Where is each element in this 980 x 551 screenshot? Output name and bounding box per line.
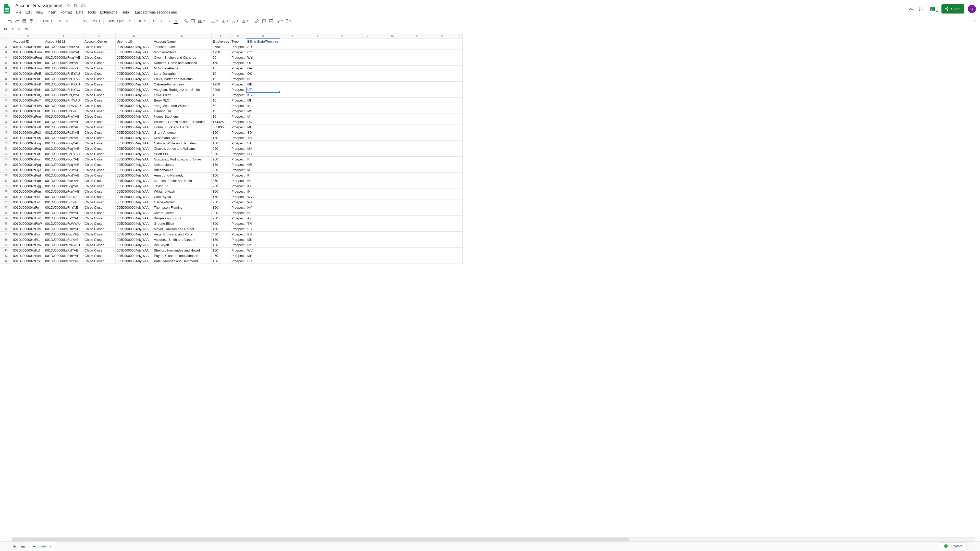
cell[interactable]: AZ <box>246 216 280 221</box>
cell[interactable]: 001DJ00000kzFqJYAU <box>44 167 83 173</box>
cell[interactable]: 1950 <box>212 82 231 87</box>
cell[interactable]: 001DJ00000kzFxhYAE <box>44 253 83 259</box>
cell[interactable] <box>305 216 330 221</box>
horizontal-align-dropdown[interactable]: ▼ <box>210 18 220 24</box>
cell[interactable] <box>280 237 305 242</box>
cell[interactable] <box>380 87 405 92</box>
cell[interactable]: Chloe Closer <box>83 200 116 205</box>
cell[interactable]: 001DJ00000kzFxfYAE <box>44 248 83 253</box>
cell[interactable] <box>455 157 463 162</box>
cell[interactable] <box>280 183 305 189</box>
cell[interactable] <box>430 65 455 71</box>
cell[interactable] <box>280 55 305 60</box>
cell[interactable] <box>355 210 380 216</box>
cell[interactable] <box>455 141 463 146</box>
cell[interactable]: Chloe Closer <box>83 141 116 146</box>
cell[interactable]: 005DJ000004eiyjYAA <box>116 76 153 82</box>
menu-tools[interactable]: Tools <box>86 9 98 15</box>
cell[interactable] <box>430 124 455 130</box>
cell[interactable]: 3058350 <box>212 124 231 130</box>
cell[interactable] <box>330 242 355 248</box>
cell[interactable] <box>280 151 305 157</box>
insert-comment-button[interactable] <box>261 18 267 24</box>
strikethrough-button[interactable]: S <box>165 18 172 24</box>
cell[interactable] <box>405 49 430 55</box>
cell[interactable]: Prospect <box>231 221 246 226</box>
column-header-I[interactable]: I <box>280 33 305 39</box>
cell[interactable]: 001DJ00000kzFog <box>12 141 44 146</box>
cell[interactable]: 450 <box>212 232 231 237</box>
cell[interactable] <box>330 65 355 71</box>
cell[interactable]: Morales, Foster and Koch <box>153 178 212 183</box>
cell[interactable]: Prospect <box>231 157 246 162</box>
cell[interactable]: Chloe Closer <box>83 210 116 216</box>
cell[interactable] <box>355 141 380 146</box>
cell[interactable] <box>405 44 430 49</box>
cell[interactable]: Chloe Closer <box>83 92 116 98</box>
cell[interactable]: 005DJ000004eiyjYAA <box>116 226 153 232</box>
row-header[interactable]: 5 <box>0 60 12 65</box>
cell[interactable] <box>330 55 355 60</box>
cell[interactable]: Prospect <box>231 189 246 194</box>
cell[interactable] <box>280 71 305 76</box>
star-icon[interactable] <box>67 3 71 8</box>
cell[interactable] <box>280 226 305 232</box>
cell[interactable] <box>280 173 305 178</box>
cell[interactable]: Prospect <box>231 65 246 71</box>
row-header[interactable]: 29 <box>0 189 12 194</box>
cell[interactable]: Prospect <box>231 183 246 189</box>
cell[interactable]: Account Id 18 <box>44 39 83 44</box>
cell[interactable]: 001DJ00000kzFnQYAU <box>44 92 83 98</box>
cell[interactable] <box>355 200 380 205</box>
cell[interactable] <box>305 248 330 253</box>
cell[interactable]: 001DJ00000kzFrwYAE <box>44 210 83 216</box>
cell[interactable]: 005DJ000004eiyjYAA <box>116 82 153 87</box>
cell[interactable]: 250 <box>212 146 231 151</box>
cell[interactable]: Chloe Closer <box>83 167 116 173</box>
cell[interactable] <box>330 124 355 130</box>
cell[interactable] <box>455 205 463 210</box>
cell[interactable] <box>280 135 305 141</box>
cell[interactable] <box>380 49 405 55</box>
cell[interactable] <box>380 71 405 76</box>
column-header-G[interactable]: G <box>231 33 246 39</box>
row-header[interactable]: 22 <box>0 151 12 157</box>
cell[interactable]: Chloe Closer <box>83 189 116 194</box>
cell[interactable] <box>430 248 455 253</box>
cell[interactable] <box>430 205 455 210</box>
sheet-scroll-left[interactable]: ‹ <box>974 545 975 548</box>
cell[interactable]: 10 <box>212 114 231 119</box>
cell[interactable]: 150 <box>212 130 231 135</box>
cell[interactable]: 001DJ00000kzFr3 <box>12 194 44 200</box>
cell[interactable] <box>430 194 455 200</box>
cell[interactable]: 005DJ000004eiyjYAA <box>116 167 153 173</box>
cell[interactable] <box>430 173 455 178</box>
cell[interactable]: 001DJ00000kzFoRYAU <box>44 151 83 157</box>
cell[interactable] <box>405 141 430 146</box>
cell[interactable]: 001DJ00000kzFmwYAE <box>44 65 83 71</box>
cell[interactable]: 001DJ00000kzFnEYAU <box>44 71 83 76</box>
cell[interactable]: 300 <box>212 189 231 194</box>
cell[interactable]: Osborn, White and Saunders <box>153 141 212 146</box>
cell[interactable] <box>455 200 463 205</box>
cell[interactable] <box>455 259 463 264</box>
cell[interactable]: 005DJ000004eiyjYAA <box>116 162 153 167</box>
cell[interactable] <box>305 76 330 82</box>
cell[interactable] <box>280 103 305 108</box>
horizontal-scrollbar[interactable] <box>12 537 975 541</box>
cell[interactable] <box>430 114 455 119</box>
cell[interactable] <box>455 82 463 87</box>
row-header[interactable]: 23 <box>0 157 12 162</box>
cell[interactable]: Chloe Closer <box>83 226 116 232</box>
cell[interactable]: 001DJ00000kzFrr <box>12 205 44 210</box>
cell[interactable] <box>405 130 430 135</box>
cell[interactable] <box>330 232 355 237</box>
last-edit-link[interactable]: Last edit was seconds ago <box>133 9 179 15</box>
cell[interactable]: Prospect <box>231 60 246 65</box>
cell[interactable] <box>280 39 305 44</box>
cell[interactable]: Account Name <box>153 39 212 44</box>
cell[interactable] <box>405 76 430 82</box>
cell[interactable]: Cannon Ltd <box>153 108 212 114</box>
cell[interactable] <box>430 60 455 65</box>
cell[interactable]: 350 <box>212 151 231 157</box>
